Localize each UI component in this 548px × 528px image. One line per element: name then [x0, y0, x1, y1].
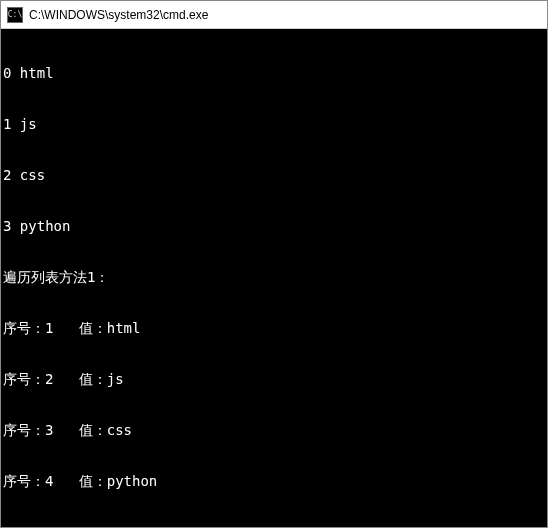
window-title: C:\WINDOWS\system32\cmd.exe [29, 8, 208, 22]
console-line: 3 python [3, 218, 547, 235]
cmd-icon-label: C:\ [8, 11, 22, 19]
console-line: 遍历列表方法1： [3, 269, 547, 286]
console-line: 0 html [3, 65, 547, 82]
console-line: 2 css [3, 167, 547, 184]
console-line: 1 js [3, 116, 547, 133]
cmd-icon: C:\ [7, 7, 23, 23]
console-line: 序号：3 值：css [3, 422, 547, 439]
cmd-window: C:\ C:\WINDOWS\system32\cmd.exe 0 html 1… [0, 0, 548, 528]
console-line: 序号：1 值：html [3, 320, 547, 337]
console-line: 序号：4 值：python [3, 473, 547, 490]
title-bar[interactable]: C:\ C:\WINDOWS\system32\cmd.exe [1, 1, 547, 29]
console-line: 序号：2 值：js [3, 371, 547, 388]
console-output[interactable]: 0 html 1 js 2 css 3 python 遍历列表方法1： 序号：1… [1, 29, 547, 527]
